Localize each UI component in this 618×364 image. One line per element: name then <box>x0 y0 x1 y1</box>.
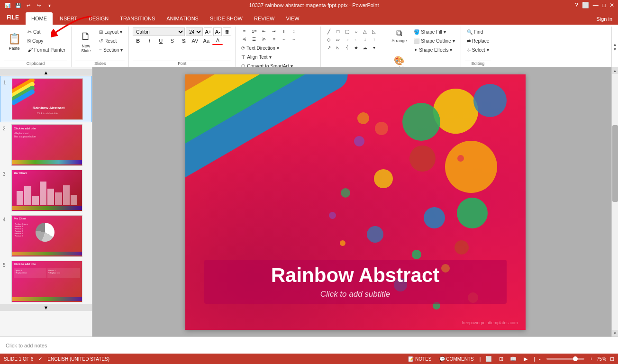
underline-button[interactable]: U <box>155 36 166 45</box>
font-size-increase-btn[interactable]: A+ <box>204 27 212 36</box>
scroll-track[interactable] <box>612 74 618 330</box>
zoom-in-icon[interactable]: + <box>590 356 593 362</box>
ribbon-scroll-down[interactable]: ▼ <box>612 47 618 52</box>
font-size-select[interactable]: 24 <box>186 27 203 36</box>
slide-thumb-5[interactable]: 5 Click to add title Option 1• Replace t… <box>0 259 92 304</box>
tab-transitions[interactable]: TRANSITIONS <box>114 12 161 25</box>
shadow-button[interactable]: S <box>178 36 189 45</box>
tab-insert[interactable]: INSERT <box>53 12 83 25</box>
tab-view[interactable]: VIEW <box>280 12 305 25</box>
ribbon-display-btn[interactable]: ⬜ <box>582 2 589 9</box>
notes-area[interactable]: Click to add notes <box>0 337 618 354</box>
tab-animations[interactable]: ANIMATIONS <box>161 12 204 25</box>
align-center-btn[interactable]: ☰ <box>249 36 259 43</box>
tab-slideshow[interactable]: SLIDE SHOW <box>204 12 248 25</box>
shape-diamond[interactable]: ◇ <box>325 36 333 43</box>
shape-arrow-d[interactable]: ↓ <box>361 36 369 43</box>
shape-fill-button[interactable]: 🪣 Shape Fill ▾ <box>412 27 456 36</box>
font-name-select[interactable]: Calibri <box>133 27 185 36</box>
bold-button[interactable]: B <box>133 36 143 45</box>
numbering-button[interactable]: 1≡ <box>249 27 259 35</box>
slide-panel-scroll-down[interactable]: ▼ <box>0 304 92 311</box>
language[interactable]: ENGLISH (UNITED STATES) <box>47 356 109 362</box>
shape-arrow-u[interactable]: ↑ <box>370 36 378 43</box>
slide-sorter-btn[interactable]: ⊞ <box>497 355 505 362</box>
ribbon-scroll-up[interactable]: ▲ <box>612 42 618 47</box>
new-slide-button[interactable]: 🗋 New Slide <box>75 27 96 56</box>
decrease-indent-btn[interactable]: ⇤ <box>259 27 269 35</box>
find-button[interactable]: 🔍 Find <box>465 27 485 36</box>
increase-indent-btn[interactable]: ⇥ <box>269 27 279 35</box>
paste-button[interactable]: 📋 Paste <box>4 27 25 56</box>
slide-thumb-3[interactable]: 3 Bar Chart <box>0 168 92 213</box>
tab-review[interactable]: REVIEW <box>248 12 280 25</box>
shape-rounded-rect[interactable]: ▢ <box>343 27 351 35</box>
slide-panel-scroll-up[interactable]: ▲ <box>0 69 92 76</box>
char-spacing-button[interactable]: AV <box>190 36 200 45</box>
fit-slide-btn[interactable]: ⊡ <box>610 356 614 362</box>
align-left-btn[interactable]: ⫷ <box>239 36 249 43</box>
align-text-button[interactable]: ⊤ Align Text ▾ <box>239 53 299 61</box>
columns-btn[interactable]: ⫿ <box>279 27 289 35</box>
arrange-button[interactable]: ⧉ Arrange <box>389 27 409 54</box>
ltr-btn[interactable]: → <box>289 36 299 43</box>
slide-thumb-4[interactable]: 4 Pie Chart • Product feature • Feature … <box>0 213 92 259</box>
reading-view-btn[interactable]: 📖 <box>509 355 518 362</box>
scroll-up-btn[interactable]: ▲ <box>612 67 618 74</box>
scroll-down-btn[interactable]: ▼ <box>612 330 618 337</box>
undo-btn[interactable]: ↩ <box>25 1 32 9</box>
section-button[interactable]: ≡ Section ▾ <box>97 46 125 54</box>
slide-thumb-1[interactable]: 1 Rainbow Abstract Click to add subtitle <box>0 76 92 122</box>
sign-in-link[interactable]: Sign in <box>591 13 618 25</box>
zoom-thumb[interactable] <box>573 356 578 361</box>
notes-placeholder[interactable]: Click to add notes <box>6 343 47 348</box>
slide-canvas[interactable]: Rainbow Abstract Click to add subtitle f… <box>185 74 526 330</box>
slide-thumb-2[interactable]: 2 Click to add title • Replace text This… <box>0 122 92 168</box>
shape-more[interactable]: ▾ <box>370 44 378 51</box>
replace-button[interactable]: ⇄ Replace <box>465 36 491 45</box>
shape-brace[interactable]: { <box>343 44 351 51</box>
shape-arrow-l[interactable]: ← <box>352 36 360 43</box>
shape-curved-arrow[interactable]: ↗ <box>325 44 333 51</box>
shape-outline-button[interactable]: ⬜ Shape Outline ▾ <box>412 36 456 45</box>
copy-button[interactable]: ⎘ Copy <box>26 36 67 45</box>
layout-button[interactable]: ⊞ Layout ▾ <box>97 27 125 36</box>
change-case-button[interactable]: Aa <box>201 36 211 45</box>
redo-btn[interactable]: ↪ <box>35 1 43 9</box>
align-right-btn[interactable]: ⫸ <box>259 36 269 43</box>
select-button[interactable]: ⊹ Select ▾ <box>465 46 491 54</box>
cut-button[interactable]: ✂ Cut <box>26 27 67 36</box>
shape-connector[interactable]: ⊾ <box>334 44 342 51</box>
shape-star[interactable]: ★ <box>352 44 360 51</box>
tab-home[interactable]: HOME <box>26 12 53 25</box>
format-painter-button[interactable]: 🖌 Format Painter <box>26 46 67 54</box>
close-btn[interactable]: ✕ <box>609 2 614 9</box>
zoom-out-icon[interactable]: - <box>539 356 541 362</box>
shape-parallelogram[interactable]: ▱ <box>334 36 342 43</box>
reset-button[interactable]: ↺ Reset <box>97 36 125 45</box>
font-color-button[interactable]: A <box>212 36 223 45</box>
italic-button[interactable]: I <box>144 36 154 45</box>
shape-cloud[interactable]: ☁ <box>361 44 369 51</box>
help-btn[interactable]: ? <box>575 2 578 9</box>
shape-rt-triangle[interactable]: ◺ <box>370 27 378 35</box>
justify-btn[interactable]: ≡ <box>269 36 279 43</box>
shape-arrow-r[interactable]: → <box>343 36 351 43</box>
tab-design[interactable]: DESIGN <box>83 12 114 25</box>
shape-rect[interactable]: □ <box>334 27 342 35</box>
scroll-thumb[interactable] <box>612 125 618 202</box>
minimize-btn[interactable]: — <box>593 2 599 9</box>
slideshow-btn[interactable]: ▶ <box>521 355 530 362</box>
shape-oval[interactable]: ○ <box>352 27 360 35</box>
tab-file[interactable]: FILE <box>0 10 26 25</box>
save-btn[interactable]: 💾 <box>14 1 22 9</box>
zoom-slider[interactable] <box>546 358 584 360</box>
rtl-btn[interactable]: ← <box>279 36 289 43</box>
line-spacing-btn[interactable]: ↕ <box>289 27 299 35</box>
font-size-decrease-btn[interactable]: A- <box>213 27 222 36</box>
bullets-button[interactable]: ≡ <box>239 27 249 35</box>
shape-effects-button[interactable]: ✦ Shape Effects ▾ <box>412 46 456 54</box>
notes-btn[interactable]: 📝 NOTES <box>406 356 433 362</box>
shape-triangle[interactable]: △ <box>361 27 369 35</box>
shape-line[interactable]: ╱ <box>325 27 333 35</box>
